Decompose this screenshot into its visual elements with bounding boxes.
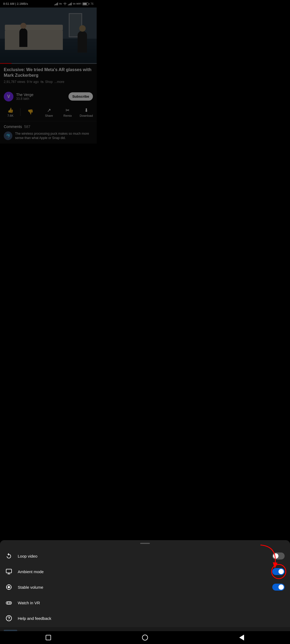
bottom-sheet-overlay[interactable]: Loop video Ambient mode bbox=[0, 0, 97, 215]
